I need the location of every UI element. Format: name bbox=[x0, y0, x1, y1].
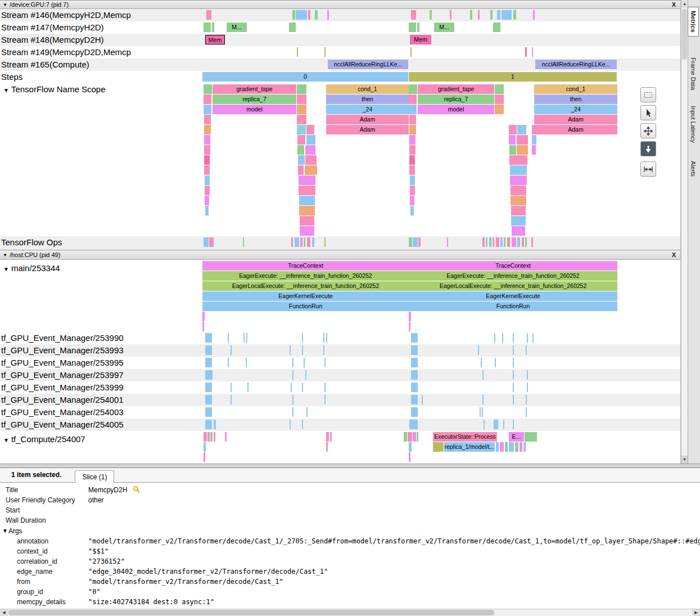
trace-slice[interactable]: 1 bbox=[409, 72, 617, 82]
trace-slice[interactable] bbox=[411, 10, 416, 20]
trace-slice[interactable] bbox=[205, 358, 212, 367]
track-tensorflow-name-scope[interactable]: gradient_tapereplica_7modelcond_1then_24… bbox=[0, 84, 681, 236]
trace-slice[interactable] bbox=[417, 23, 419, 32]
tab-metrics[interactable]: Metrics bbox=[688, 7, 699, 37]
trace-slice[interactable] bbox=[410, 186, 415, 195]
trace-slice[interactable] bbox=[526, 407, 527, 417]
trace-slice[interactable] bbox=[511, 186, 526, 195]
trace-slice[interactable] bbox=[205, 206, 209, 215]
trace-slice[interactable] bbox=[525, 432, 537, 442]
trace-slice[interactable] bbox=[306, 407, 308, 417]
vertical-scrollbar-thumb[interactable] bbox=[682, 9, 687, 60]
collapse-icon[interactable]: ▼ bbox=[2, 528, 8, 534]
marquee-select-icon[interactable] bbox=[640, 87, 656, 102]
trace-slice[interactable] bbox=[205, 420, 212, 429]
trace-slice[interactable] bbox=[507, 237, 510, 247]
trace-slice[interactable]: Adam bbox=[534, 125, 617, 134]
trace-slice[interactable] bbox=[246, 358, 247, 367]
trace-slice[interactable]: Adam bbox=[326, 125, 409, 134]
trace-slice[interactable] bbox=[509, 145, 516, 155]
trace-slice[interactable] bbox=[417, 432, 418, 442]
trace-slice[interactable] bbox=[207, 432, 210, 442]
trace-slice[interactable] bbox=[513, 420, 514, 429]
row-label-main-thread[interactable]: ▼main/253344 bbox=[1, 263, 60, 273]
collapse-icon[interactable]: ▼ bbox=[3, 437, 9, 443]
trace-slice[interactable] bbox=[299, 196, 315, 205]
trace-slice[interactable] bbox=[204, 165, 210, 175]
trace-slice[interactable] bbox=[495, 358, 496, 367]
trace-slice[interactable] bbox=[409, 155, 415, 165]
trace-slice[interactable] bbox=[422, 395, 423, 404]
trace-slice[interactable] bbox=[532, 47, 533, 57]
trace-slice[interactable] bbox=[413, 432, 416, 442]
trace-slice[interactable] bbox=[231, 345, 232, 355]
trace-slice[interactable]: TraceContext bbox=[202, 261, 409, 271]
trace-slice[interactable] bbox=[523, 442, 526, 452]
trace-slice[interactable] bbox=[291, 383, 292, 392]
trace-slice[interactable] bbox=[511, 196, 526, 205]
trace-slice[interactable]: ExecutorState::Process bbox=[433, 432, 497, 442]
trace-slice[interactable] bbox=[503, 420, 504, 429]
trace-slice[interactable] bbox=[297, 84, 306, 94]
trace-slice[interactable] bbox=[404, 432, 407, 442]
trace-slice[interactable] bbox=[409, 145, 416, 155]
timing-icon[interactable] bbox=[640, 161, 656, 177]
trace-slice[interactable] bbox=[323, 333, 324, 343]
trace-slice[interactable] bbox=[496, 442, 499, 452]
trace-slice[interactable] bbox=[305, 370, 306, 380]
trace-slice[interactable] bbox=[243, 237, 244, 247]
trace-slice[interactable] bbox=[502, 333, 503, 343]
trace-slice[interactable] bbox=[204, 155, 210, 165]
trace-slice[interactable] bbox=[228, 333, 229, 343]
trace-slice[interactable] bbox=[527, 333, 528, 343]
trace-slice[interactable]: Mem bbox=[410, 35, 431, 44]
trace-slice[interactable] bbox=[505, 442, 508, 452]
trace-slice[interactable] bbox=[409, 452, 410, 462]
trace-slice[interactable] bbox=[300, 226, 314, 236]
trace-slice[interactable] bbox=[490, 10, 493, 20]
trace-slice[interactable] bbox=[410, 47, 412, 57]
trace-slice[interactable] bbox=[525, 237, 527, 247]
trace-slice[interactable] bbox=[296, 10, 307, 20]
trace-slice[interactable] bbox=[504, 237, 505, 247]
row-label-tf-compute-254007[interactable]: ▼tf_Compute/254007 bbox=[1, 434, 85, 444]
trace-slice[interactable] bbox=[326, 333, 327, 343]
trace-slice[interactable] bbox=[482, 237, 485, 247]
horizontal-scrollbar-thumb[interactable] bbox=[8, 610, 494, 615]
trace-slice[interactable] bbox=[531, 237, 533, 247]
trace-slice[interactable] bbox=[302, 383, 303, 392]
trace-slice[interactable] bbox=[409, 237, 412, 247]
trace-slice[interactable] bbox=[482, 395, 484, 404]
tab-frame-data[interactable]: Frame Data bbox=[688, 54, 698, 93]
trace-slice[interactable]: E... bbox=[509, 432, 524, 442]
collapse-icon[interactable]: ▼ bbox=[3, 87, 9, 93]
trace-slice[interactable] bbox=[484, 420, 485, 429]
trace-slice[interactable] bbox=[302, 420, 303, 429]
trace-slice[interactable] bbox=[527, 370, 528, 380]
trace-slice[interactable] bbox=[517, 135, 528, 145]
trace-slice[interactable] bbox=[482, 370, 484, 380]
trace-slice[interactable]: FunctionRun bbox=[409, 302, 617, 311]
trace-slice[interactable] bbox=[306, 135, 315, 145]
trace-slice[interactable] bbox=[205, 370, 213, 380]
trace-slice[interactable] bbox=[512, 226, 525, 236]
trace-slice[interactable] bbox=[205, 383, 212, 392]
trace-slice[interactable] bbox=[306, 125, 314, 134]
trace-slice[interactable] bbox=[304, 237, 305, 247]
trace-slice[interactable] bbox=[299, 186, 315, 195]
trace-slice[interactable] bbox=[225, 432, 227, 442]
trace-slice[interactable] bbox=[300, 237, 302, 247]
trace-slice[interactable] bbox=[513, 370, 514, 380]
trace-slice[interactable] bbox=[447, 237, 448, 247]
trace-slice[interactable] bbox=[292, 10, 295, 20]
trace-slice[interactable] bbox=[509, 125, 517, 134]
trace-slice[interactable]: M... bbox=[227, 23, 247, 32]
trace-slice[interactable] bbox=[515, 442, 518, 452]
trace-slice[interactable] bbox=[324, 395, 326, 404]
trace-slice[interactable] bbox=[292, 395, 293, 404]
trace-slice[interactable]: then bbox=[534, 95, 617, 104]
trace-slice[interactable] bbox=[324, 358, 326, 367]
trace-slice[interactable] bbox=[324, 237, 326, 247]
trace-slice[interactable] bbox=[478, 10, 480, 20]
track-tf-compute-254007[interactable]: ExecutorState::ProcessE...replica_1/mode… bbox=[0, 432, 681, 464]
